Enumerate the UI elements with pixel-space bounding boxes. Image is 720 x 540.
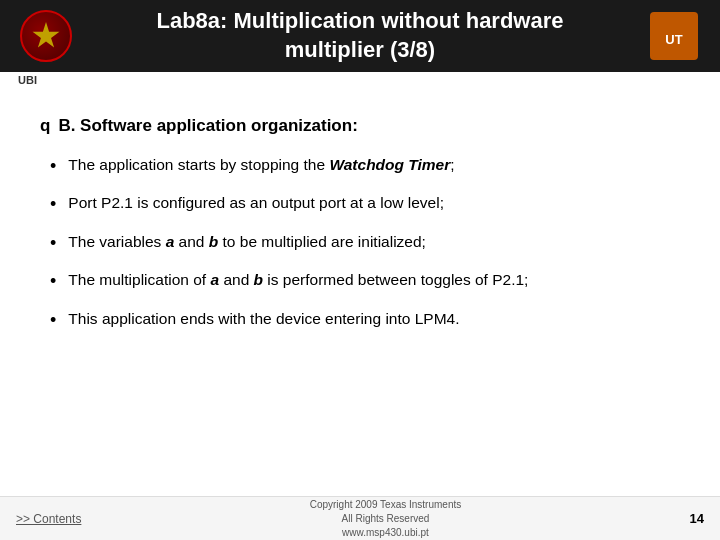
- list-item: • The application starts by stopping the…: [50, 154, 680, 178]
- ubi-text-label: UBI: [14, 72, 41, 88]
- list-item: • The variables a and b to be multiplied…: [50, 231, 680, 255]
- header-left: [20, 10, 72, 62]
- ti-logo-container: UT: [648, 10, 700, 62]
- bullet-text: The application starts by stopping the W…: [68, 154, 454, 176]
- bullet-list: • The application starts by stopping the…: [50, 154, 680, 332]
- section-prefix: q: [40, 116, 50, 136]
- footer: >> Contents Copyright 2009 Texas Instrum…: [0, 496, 720, 540]
- list-item: • The multiplication of a and b is perfo…: [50, 269, 680, 293]
- page-number: 14: [690, 511, 704, 526]
- list-item: • This application ends with the device …: [50, 308, 680, 332]
- bullet-dot: •: [50, 309, 56, 332]
- bullet-dot: •: [50, 270, 56, 293]
- bullet-dot: •: [50, 193, 56, 216]
- list-item: • Port P2.1 is configured as an output p…: [50, 192, 680, 216]
- ti-logo: UT: [650, 12, 698, 60]
- bullet-dot: •: [50, 232, 56, 255]
- svg-text:UT: UT: [665, 32, 682, 47]
- ubi-logo: [20, 10, 72, 62]
- header: Lab8a: Multiplication without hardware m…: [0, 0, 720, 72]
- contents-link[interactable]: >> Contents: [16, 512, 81, 526]
- copyright-text: Copyright 2009 Texas Instruments All Rig…: [310, 498, 462, 540]
- section-heading: q B. Software application organization:: [40, 116, 680, 136]
- bullet-text: The variables a and b to be multiplied a…: [68, 231, 426, 253]
- section-title-text: B. Software application organization:: [58, 116, 357, 136]
- bullet-text: The multiplication of a and b is perform…: [68, 269, 528, 291]
- slide-content: q B. Software application organization: …: [0, 86, 720, 352]
- bullet-text: This application ends with the device en…: [68, 308, 459, 330]
- bullet-dot: •: [50, 155, 56, 178]
- slide-title: Lab8a: Multiplication without hardware m…: [72, 7, 648, 64]
- bullet-text: Port P2.1 is configured as an output por…: [68, 192, 444, 214]
